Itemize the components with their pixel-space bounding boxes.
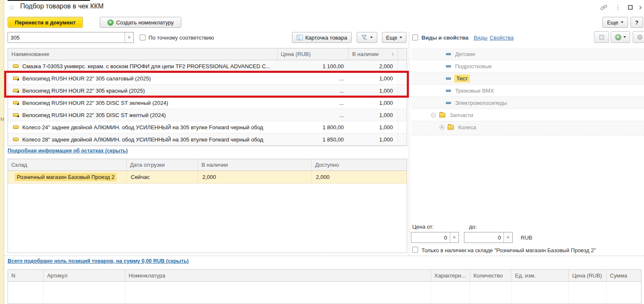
product-row[interactable]: Велосипед RUSH HOUR 22" 305 салатовый (2… [8, 72, 407, 85]
product-price: ... [278, 75, 349, 82]
tree-item[interactable]: Электровелосипеды [411, 97, 644, 109]
product-row[interactable]: Велосипед RUSH HOUR 22" 305 DISC ST желт… [8, 109, 407, 121]
column-header-available[interactable]: Доступно [312, 159, 407, 171]
column-header-n[interactable]: N [8, 270, 44, 281]
plus-icon: + [107, 19, 114, 26]
tree-folder[interactable]: + Колеса [411, 121, 644, 133]
price-from-field: × [411, 232, 459, 243]
add-type-button[interactable]: + [611, 31, 630, 43]
help-button[interactable]: ? [631, 17, 643, 28]
stock-only-checkbox[interactable] [412, 247, 418, 253]
collapse-icon[interactable]: − [431, 113, 436, 117]
column-header-unit[interactable]: Ед. изм. [511, 270, 569, 281]
tree-item-label: Колеса [458, 124, 476, 131]
price-to-input[interactable] [464, 232, 504, 243]
more-button-list[interactable]: Еще [382, 32, 406, 43]
column-header-price[interactable]: Цена (RUB) [278, 48, 349, 60]
product-stock: 1,000 [349, 100, 398, 106]
item-icon [13, 138, 19, 141]
product-row[interactable]: Колесо 28" заднее двойной АЛЮМИН. обод У… [8, 133, 407, 146]
product-row[interactable]: Колесо 24" заднее двойной АЛЮМИН. обод У… [8, 121, 407, 133]
column-header-ship-date[interactable]: Дата отгрузки [127, 159, 198, 171]
column-header-sum[interactable]: Сумма [607, 270, 641, 281]
expand-icon[interactable]: + [440, 125, 444, 130]
dropdown-caret-icon [370, 37, 373, 38]
price-from-input[interactable] [411, 232, 450, 243]
column-header-characteristic[interactable]: Характери... [431, 270, 470, 281]
dropdown-caret-icon [621, 21, 623, 23]
column-header-stock[interactable]: В наличии ↑ [349, 48, 398, 60]
product-card-label: Карточка товара [305, 35, 347, 41]
copy-icon [599, 35, 604, 40]
column-header-price[interactable]: Цена (RUB) [569, 270, 607, 281]
tree-item[interactable]: Детские [411, 48, 644, 60]
product-row[interactable]: Велосипед RUSH HOUR 22" 305 DISC ST зеле… [8, 97, 407, 109]
available-value: 2,000 [312, 171, 407, 183]
tree-folder[interactable]: − Запчасти [411, 109, 644, 121]
item-with-characteristics-icon [13, 77, 19, 80]
favorite-star-icon[interactable]: ☆ [8, 3, 15, 12]
column-header-quantity[interactable]: Количество [470, 270, 512, 281]
panel-splitter[interactable] [409, 32, 409, 256]
filter-button[interactable] [357, 32, 377, 43]
item-icon [13, 125, 19, 129]
page-title: Подбор товаров в чек ККМ [20, 3, 103, 10]
product-name: Колесо 28" заднее двойной АЛЮМИН. обод У… [22, 136, 263, 143]
stock-row[interactable]: Розничный магазин Базовый Проезд 2 Сейча… [8, 171, 407, 184]
clear-price-from-button[interactable]: × [450, 232, 458, 243]
types-link[interactable]: Виды [474, 35, 488, 41]
type-dash-icon [446, 53, 451, 55]
transfer-button-label: Перенести в документ [15, 19, 75, 26]
product-row[interactable]: Смазка 7-03053 универс. керам. с воском … [8, 60, 407, 72]
search-input[interactable] [8, 32, 125, 43]
stock-details-toggle-link[interactable]: Подробная информация об остатках (скрыть… [8, 148, 128, 154]
top-edge-artifact [8, 0, 90, 1]
product-price: ... [278, 112, 349, 118]
selected-table-body [8, 282, 641, 304]
create-item-label: Создать номенклатуру [116, 19, 174, 26]
selection-summary-link[interactable]: Всего подобрано ноль позиций товаров, на… [8, 258, 189, 264]
settings-button[interactable]: ⚙ [633, 31, 644, 43]
clear-search-button[interactable]: × [125, 32, 133, 43]
more-button-top[interactable]: Еще [602, 17, 628, 28]
types-properties-title: Виды и свойства [421, 35, 469, 41]
clear-price-to-button[interactable]: × [504, 232, 512, 243]
column-header-sku[interactable]: Артикул [44, 270, 125, 281]
get-link-icon[interactable] [600, 4, 607, 11]
product-name: Велосипед RUSH HOUR 22" 305 салатовый (2… [22, 75, 151, 82]
collapsed-side-panel[interactable]: М [0, 0, 4, 304]
product-selection-window: М ☆ Подбор товаров в чек ККМ ⋮ › Перенес… [0, 0, 644, 304]
types-properties-checkbox[interactable] [412, 35, 418, 40]
tree-item[interactable]: Подростковые [411, 60, 644, 72]
more-label: Еще [386, 35, 397, 41]
ship-date-value: Сейчас [127, 171, 198, 183]
product-card-button[interactable]: Карточка товара [292, 32, 352, 43]
type-dash-icon [446, 65, 451, 67]
transfer-to-document-button[interactable]: Перенести в документ [8, 17, 83, 28]
column-header-warehouse[interactable]: Склад [8, 159, 127, 171]
more-vertical-icon[interactable]: ⋮ [615, 4, 621, 11]
column-header-name[interactable]: Наименование [8, 48, 278, 60]
add-icon: + [615, 34, 621, 40]
exact-match-checkbox[interactable] [140, 35, 146, 40]
create-item-button[interactable]: + Создать номенклатуру [100, 17, 181, 28]
folder-icon [448, 125, 454, 130]
properties-link[interactable]: Свойства [490, 35, 514, 41]
sort-ascending-icon: ↑ [392, 51, 395, 57]
collapse-window-icon[interactable]: › [639, 2, 642, 12]
stock-table-header: Склад Дата отгрузки В наличии Доступно [8, 159, 407, 171]
copy-button[interactable] [594, 31, 609, 43]
dropdown-caret-icon [400, 37, 402, 38]
product-row[interactable]: Велосипед RUSH HOUR 22" 305 красный (202… [8, 85, 407, 97]
price-to-field: × [464, 232, 513, 243]
row-spacer [398, 60, 407, 72]
tree-item-label: Запчасти [450, 112, 473, 118]
row-spacer [398, 85, 407, 96]
tree-item[interactable]: Трюковые BMX [411, 85, 644, 97]
exact-match-label: По точному соответствию [148, 35, 214, 41]
maximize-icon[interactable] [628, 5, 633, 10]
warehouse-name: Розничный магазин Базовый Проезд 2 [15, 173, 117, 181]
column-header-nomenclature[interactable]: Номенклатура [125, 270, 431, 281]
column-header-in-stock[interactable]: В наличии [198, 159, 312, 171]
tree-item-selected[interactable]: Тест [411, 72, 644, 85]
